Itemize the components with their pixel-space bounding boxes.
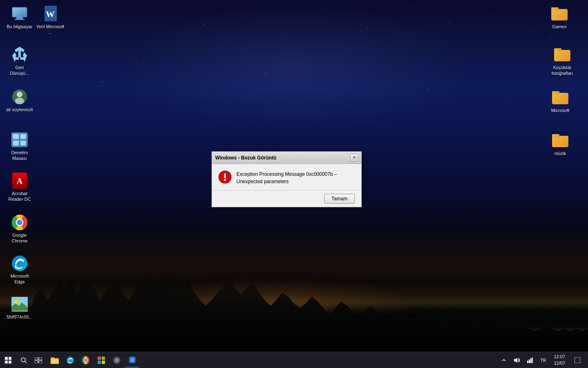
desktop: Bu bilgisayar W Yeni Microsoft ... Ger: [0, 0, 588, 352]
chrome-taskbar-icon: [82, 356, 90, 364]
edge-icon: [11, 255, 28, 272]
svg-rect-47: [575, 357, 580, 363]
desktop-icon-label: Games: [552, 24, 566, 29]
dialog-footer: Tamam: [212, 190, 361, 207]
acrobat-icon: A: [11, 173, 28, 189]
recycle-icon: [11, 47, 28, 63]
svg-rect-44: [529, 359, 530, 363]
show-hidden-icons-button[interactable]: [498, 353, 510, 368]
active-taskbar-icon: [128, 356, 136, 364]
svg-rect-12: [20, 141, 26, 146]
desktop-icon-edge[interactable]: MicrosoftEdge: [3, 254, 36, 287]
svg-rect-38: [102, 361, 105, 364]
control-panel-icon: [11, 132, 28, 148]
svg-rect-42: [130, 358, 134, 362]
photos-folder-icon: [554, 47, 570, 63]
edge-taskbar-icon: [66, 356, 74, 364]
svg-point-34: [84, 359, 87, 362]
svg-rect-43: [527, 361, 528, 363]
notification-icon: [575, 357, 580, 363]
store-icon: [97, 356, 105, 364]
desktop-icon-label: Google Chrome: [5, 232, 34, 244]
windows-icon: [5, 357, 11, 364]
taskbar: TR 12:07 12/07: [0, 352, 588, 368]
dialog-message: Exception Processing Message 0xc000007b …: [236, 171, 355, 185]
svg-rect-28: [35, 361, 38, 363]
extra-taskbar-icon: [113, 356, 121, 364]
desktop-icon-chrome[interactable]: Google Chrome: [3, 213, 36, 246]
search-icon: [20, 357, 27, 364]
svg-point-16: [16, 219, 23, 226]
music-folder-icon: [552, 132, 568, 149]
svg-rect-31: [51, 359, 59, 364]
svg-rect-36: [102, 357, 105, 360]
svg-rect-0: [12, 7, 27, 17]
desktop-icon-label: Küçüklükfotoğrafları: [552, 65, 573, 76]
desktop-icon-bu-bilgisayar[interactable]: Bu bilgisayar: [3, 4, 36, 31]
svg-rect-29: [39, 361, 42, 363]
taskbar-edge[interactable]: [63, 353, 78, 368]
taskbar-chrome[interactable]: [78, 353, 93, 368]
network-button[interactable]: [524, 353, 536, 368]
svg-rect-1: [16, 17, 23, 19]
desktop-icon-label: 5fdf974c55...: [7, 314, 33, 320]
desktop-icon-acrobat[interactable]: A AcrobatReader DC: [3, 171, 36, 204]
svg-point-7: [15, 98, 24, 104]
dialog-close-button[interactable]: ✕: [350, 154, 358, 162]
svg-point-6: [17, 92, 22, 97]
desktop-icon-control-panel[interactable]: DenetimMasası: [3, 130, 36, 163]
desktop-icon-label: Yeni Microsoft ...: [36, 24, 65, 36]
desktop-icon-label: ali soylemezli: [6, 107, 33, 112]
desktop-icon-word[interactable]: W Yeni Microsoft ...: [34, 4, 67, 37]
svg-line-25: [25, 361, 27, 363]
taskbar-system-tray: TR 12:07 12/07: [498, 352, 588, 368]
computer-icon: [11, 6, 28, 22]
desktop-icon-label: müzik: [555, 150, 566, 156]
taskbar-extra-icon[interactable]: [109, 353, 124, 368]
desktop-icon-label: Bu bilgisayar: [7, 24, 33, 29]
desktop-icon-label: AcrobatReader DC: [8, 191, 31, 202]
svg-rect-9: [13, 134, 19, 139]
clock-date: 12/07: [554, 360, 565, 366]
taskbar-file-explorer[interactable]: [47, 353, 62, 368]
svg-rect-35: [98, 357, 101, 360]
svg-rect-2: [15, 19, 24, 20]
taskbar-search-button[interactable]: [16, 353, 31, 368]
desktop-icon-user[interactable]: ali soylemezli: [3, 87, 36, 114]
svg-point-24: [21, 358, 25, 362]
taskbar-pinned-icons: [47, 353, 140, 368]
svg-rect-27: [39, 357, 42, 360]
user-icon: [11, 89, 28, 105]
taskbar-store[interactable]: [94, 353, 109, 368]
taskbar-start-button[interactable]: [0, 352, 16, 368]
desktop-icon-label: DenetimMasası: [11, 150, 28, 162]
desktop-icon-image[interactable]: 5fdf974c55...: [3, 294, 36, 321]
svg-point-19: [14, 300, 18, 304]
desktop-icon-label: Microsoft: [551, 108, 570, 113]
svg-point-23: [224, 179, 226, 181]
svg-rect-26: [35, 357, 38, 360]
desktop-icon-small-photos[interactable]: Küçüklükfotoğrafları: [544, 45, 581, 78]
taskbar-active-icon[interactable]: [125, 353, 140, 368]
dialog-title: Windows - Bozuk Görüntü: [215, 155, 276, 161]
error-dialog: Windows - Bozuk Görüntü ✕ Exception Proc…: [212, 151, 362, 207]
taskbar-clock[interactable]: 12:07 12/07: [550, 352, 568, 368]
chrome-icon: [11, 214, 28, 231]
clock-time: 12:07: [554, 354, 565, 360]
svg-text:A: A: [17, 177, 23, 186]
taskbar-task-view-button[interactable]: [31, 353, 46, 368]
chevron-up-icon: [502, 359, 506, 362]
svg-rect-46: [532, 357, 533, 363]
notification-center-button[interactable]: [570, 353, 585, 368]
desktop-icon-music[interactable]: müzik: [544, 131, 577, 158]
desktop-icon-microsoft-folder[interactable]: Microsoft: [544, 88, 577, 115]
file-explorer-icon: [51, 357, 59, 364]
language-indicator[interactable]: TR: [537, 353, 549, 368]
dialog-ok-button[interactable]: Tamam: [324, 194, 355, 204]
desktop-icon-recycle[interactable]: GeriDönüşü...: [3, 45, 36, 78]
task-view-icon: [35, 357, 42, 363]
svg-rect-22: [224, 173, 226, 178]
svg-text:W: W: [46, 9, 55, 19]
volume-button[interactable]: [511, 353, 523, 368]
desktop-icon-games[interactable]: Games: [543, 4, 576, 31]
